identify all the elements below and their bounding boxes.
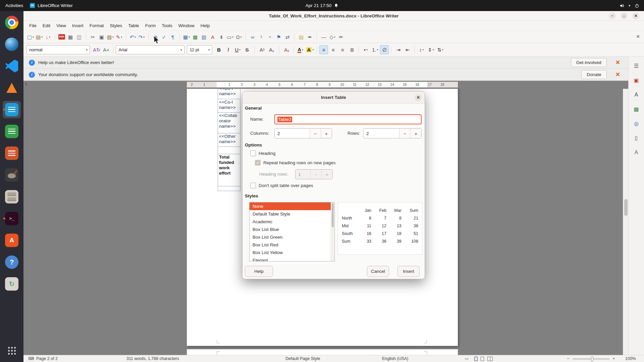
table-style-option[interactable]: None [250, 202, 334, 210]
menu-tools[interactable]: Tools [159, 21, 175, 30]
next-page-top[interactable] [187, 349, 458, 355]
status-notification-icon[interactable]: ⌨ [28, 355, 34, 362]
undo-button[interactable]: ↶▾ [128, 33, 137, 42]
gallery-deck-button[interactable]: ▩ [632, 105, 641, 114]
chevron-down-icon[interactable]: ▾ [178, 48, 182, 52]
insert-field-button[interactable]: ▭▾ [226, 33, 234, 42]
table-style-option[interactable]: Box List Green [250, 233, 334, 241]
redo-button[interactable]: ↷▾ [137, 33, 146, 42]
update-style-button[interactable]: A↻ [92, 45, 101, 54]
zoom-level[interactable]: 100% [625, 355, 636, 362]
export-pdf-button[interactable]: PDF [57, 33, 66, 42]
writer-icon[interactable] [3, 101, 21, 118]
ordered-list-button[interactable]: 1.▾ [371, 45, 379, 54]
zoom-in-button[interactable]: + [612, 356, 615, 361]
list-scrollbar-thumb[interactable] [332, 203, 334, 227]
bold-button[interactable]: B [215, 45, 223, 54]
table-style-option[interactable]: Elegant [250, 256, 334, 261]
vlc-icon[interactable] [3, 79, 21, 97]
menu-help[interactable]: Help [198, 21, 213, 30]
rows-increase-button[interactable]: + [410, 129, 421, 138]
scrollbar-thumb[interactable] [624, 199, 628, 216]
infobar-close-icon[interactable]: ✕ [615, 71, 620, 78]
cross-reference-button[interactable]: ⇄ [283, 33, 292, 42]
vscode-icon[interactable] [3, 57, 21, 75]
paste-button[interactable]: ▨▾ [106, 33, 115, 42]
insert-comment-button[interactable]: ▤ [297, 33, 306, 42]
print-button[interactable]: ▦ [66, 33, 75, 42]
horizontal-line-button[interactable]: — [319, 33, 328, 42]
menu-form[interactable]: Form [142, 21, 159, 30]
document-table-cell[interactable]: Total funded work effort [218, 154, 240, 186]
zoom-thumb[interactable] [591, 357, 593, 361]
dropdown-arrow-icon[interactable]: ▾ [312, 48, 314, 51]
dropdown-arrow-icon[interactable]: ▾ [239, 48, 240, 51]
list-scrollbar[interactable] [331, 202, 334, 261]
close-button[interactable]: ✕ [632, 12, 639, 19]
files-icon[interactable] [3, 188, 21, 205]
heading-checkbox[interactable]: Heading [250, 150, 275, 156]
menu-window[interactable]: Window [175, 21, 198, 30]
hyperlink-button[interactable]: ∞ [248, 33, 257, 42]
infobar-close-icon[interactable]: ✕ [615, 59, 620, 66]
cut-button[interactable]: ✂ [89, 33, 97, 42]
table-style-option[interactable]: Default Table Style [250, 210, 334, 218]
table-style-option[interactable]: Academic [250, 218, 334, 226]
save-button[interactable]: ↓▾ [44, 33, 52, 42]
menu-table[interactable]: Table [125, 21, 142, 30]
chevron-down-icon[interactable]: ▾ [83, 48, 88, 52]
find-replace-button[interactable]: ◉ [151, 33, 160, 42]
system-tray[interactable]: ▾ [620, 3, 644, 8]
dropdown-arrow-icon[interactable]: ▾ [377, 48, 378, 51]
dropdown-arrow-icon[interactable]: ▾ [121, 36, 122, 39]
chevron-down-icon[interactable]: ▾ [206, 48, 210, 52]
line-spacing-button[interactable]: ↕▾ [417, 45, 426, 54]
terminal-icon[interactable]: >_ [3, 210, 21, 227]
table-style-option[interactable]: Box List Red [250, 241, 334, 249]
zoom-out-button[interactable]: − [567, 356, 569, 361]
align-center-button[interactable]: ≡ [329, 45, 337, 54]
tab-stop-selector[interactable]: L [25, 82, 28, 86]
new-style-button[interactable]: A+ [102, 45, 111, 54]
superscript-button[interactable]: A¹ [258, 45, 267, 54]
columns-spinbox[interactable]: 2 − + [274, 128, 332, 138]
gimp-icon[interactable] [3, 166, 21, 184]
dropdown-arrow-icon[interactable]: ▾ [240, 36, 242, 39]
strikethrough-button[interactable]: S [243, 45, 252, 54]
dropdown-arrow-icon[interactable]: ▾ [302, 48, 303, 51]
vertical-scrollbar[interactable] [623, 89, 628, 355]
insert-endnote-button[interactable]: ⁿ [266, 33, 274, 42]
updater-icon[interactable]: ↻ [3, 275, 21, 293]
menu-edit[interactable]: Edit [40, 21, 53, 30]
italic-button[interactable]: I [224, 45, 233, 54]
dropdown-arrow-icon[interactable]: ▾ [232, 36, 233, 39]
properties-deck-button[interactable]: ▣ [632, 76, 641, 85]
justify-button[interactable]: ≣ [347, 45, 356, 54]
dropdown-arrow-icon[interactable]: ▾ [143, 36, 145, 39]
table-styles-list[interactable]: NoneDefault Table StyleAcademicBox List … [249, 202, 335, 261]
columns-decrease-button[interactable]: − [310, 129, 321, 138]
cancel-button[interactable]: Cancel [367, 266, 389, 277]
insert-table-button[interactable]: ▦▾ [182, 33, 191, 42]
styles-deck-button[interactable]: A [632, 90, 641, 99]
menu-format[interactable]: Format [87, 21, 107, 30]
dropdown-arrow-icon[interactable]: ▾ [49, 36, 50, 39]
impress-icon[interactable] [3, 144, 21, 162]
menu-styles[interactable]: Styles [107, 21, 125, 30]
print-preview-button[interactable]: ◫ [75, 33, 84, 42]
maximize-button[interactable]: □ [621, 12, 628, 19]
chrome-icon[interactable] [3, 14, 21, 31]
dialog-close-button[interactable]: ✕ [415, 94, 422, 101]
insert-text-box-button[interactable]: A [208, 33, 217, 42]
sidebar-settings-button[interactable]: ☰ [632, 61, 641, 70]
window-titlebar[interactable]: Table_Of_Work_Effort_Instructions.docx -… [23, 11, 644, 21]
dropdown-arrow-icon[interactable]: ▾ [112, 36, 114, 39]
dropdown-arrow-icon[interactable]: ▾ [135, 36, 136, 39]
paragraph-style-select[interactable]: normal ▾ [26, 45, 90, 54]
menu-file[interactable]: File [26, 21, 40, 30]
multi-page-view-button[interactable] [481, 357, 484, 361]
show-applications-button[interactable] [3, 342, 21, 359]
ubuntu-software-icon[interactable]: A [3, 232, 21, 249]
dropdown-arrow-icon[interactable]: ▾ [442, 48, 443, 51]
book-view-button[interactable] [487, 357, 493, 361]
